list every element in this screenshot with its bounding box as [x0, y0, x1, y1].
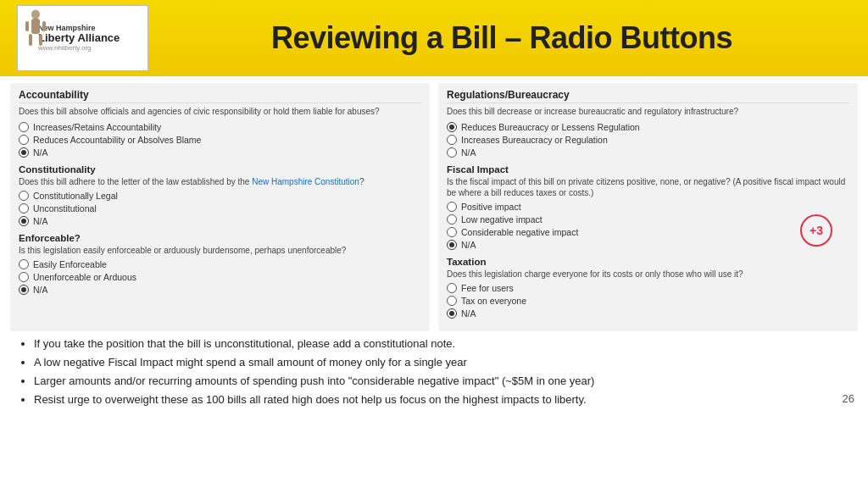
radio-circle[interactable] — [447, 227, 457, 237]
taxation-title: Taxation — [447, 257, 849, 267]
radio-circle[interactable] — [19, 191, 29, 201]
svg-rect-1 — [31, 19, 40, 34]
radio-label: Reduces Accountability or Absolves Blame — [33, 135, 201, 145]
constitutionality-section: Constitutionality Does this bill adhere … — [19, 164, 421, 226]
radio-item[interactable]: N/A — [19, 285, 421, 295]
logo-org: Liberty Alliance — [38, 32, 120, 44]
radio-item[interactable]: N/A — [447, 308, 849, 319]
logo-box: New Hampshire Liberty Alliance www.nhlib… — [17, 5, 148, 71]
enforceable-section: Enforceable? Is this legislation easily … — [19, 233, 421, 295]
enforceable-question: Is this legislation easily enforceable o… — [19, 245, 421, 256]
radio-label: Tax on everyone — [461, 296, 526, 306]
radio-item[interactable]: Considerable negative impact — [447, 227, 849, 237]
main-content: Accountability Does this bill absolve of… — [0, 76, 868, 412]
enforceable-options: Easily Enforceable Unenforceable or Ardu… — [19, 259, 421, 295]
radio-label: N/A — [33, 216, 48, 226]
radio-label: Constitutionally Legal — [33, 191, 118, 201]
radio-item[interactable]: Tax on everyone — [447, 296, 849, 306]
bullet-item: A low negative Fiscal Impact might spend… — [34, 355, 817, 371]
radio-label: Considerable negative impact — [461, 227, 578, 237]
radio-label: Increases/Retains Accountability — [33, 122, 161, 132]
radio-circle-selected[interactable] — [447, 240, 457, 250]
right-panel: Regulations/Bureaucracy Does this bill d… — [438, 83, 858, 331]
radio-item[interactable]: Fee for users — [447, 283, 849, 293]
radio-label: Increases Bureaucracy or Regulation — [461, 135, 608, 145]
bullet-list: If you take the position that the bill i… — [0, 331, 868, 412]
accountability-title: Accountability — [19, 89, 421, 103]
radio-circle-selected[interactable] — [19, 285, 29, 295]
radio-item[interactable]: N/A — [447, 240, 849, 250]
page-title: Reviewing a Bill – Radio Buttons — [153, 20, 851, 56]
radio-circle[interactable] — [19, 135, 29, 145]
constitutionality-question: Does this bill adhere to the letter of t… — [19, 176, 421, 187]
radio-item[interactable]: Positive impact — [447, 202, 849, 212]
radio-circle[interactable] — [19, 122, 29, 132]
bullet-item: Larger amounts and/or recurring amounts … — [34, 374, 817, 390]
radio-circle-selected[interactable] — [19, 216, 29, 226]
radio-circle[interactable] — [447, 214, 457, 225]
radio-label: N/A — [33, 147, 48, 158]
enforceable-title: Enforceable? — [19, 233, 421, 243]
left-panel: Accountability Does this bill absolve of… — [10, 83, 430, 331]
radio-item[interactable]: Increases/Retains Accountability — [19, 122, 421, 132]
radio-circle[interactable] — [447, 296, 457, 306]
radio-circle[interactable] — [19, 259, 29, 269]
radio-label: N/A — [461, 147, 476, 158]
radio-item[interactable]: Constitutionally Legal — [19, 191, 421, 201]
nh-constitution-link[interactable]: New Hampshire Constitution — [252, 177, 359, 186]
svg-point-0 — [31, 10, 40, 19]
radio-circle-selected[interactable] — [19, 147, 29, 158]
radio-item[interactable]: N/A — [447, 147, 849, 158]
radio-label: N/A — [33, 285, 48, 295]
fiscal-question: Is the fiscal impact of this bill on pri… — [447, 176, 849, 198]
taxation-question: Does this legislation charge everyone fo… — [447, 269, 849, 280]
svg-rect-4 — [25, 21, 29, 31]
radio-circle[interactable] — [447, 147, 457, 158]
header: New Hampshire Liberty Alliance www.nhlib… — [0, 0, 868, 76]
radio-item[interactable]: Low negative impact — [447, 214, 849, 225]
radio-circle-selected[interactable] — [447, 122, 457, 132]
accountability-section: Accountability Does this bill absolve of… — [19, 89, 421, 158]
radio-label: Reduces Bureaucracy or Lessens Regulatio… — [461, 122, 640, 132]
radio-circle-selected[interactable] — [447, 308, 457, 319]
accountability-options: Increases/Retains Accountability Reduces… — [19, 122, 421, 158]
svg-rect-5 — [42, 21, 46, 31]
radio-item[interactable]: N/A — [19, 147, 421, 158]
radio-label: Low negative impact — [461, 214, 542, 225]
svg-rect-3 — [39, 34, 42, 46]
radio-item[interactable]: Reduces Bureaucracy or Lessens Regulatio… — [447, 122, 849, 132]
regulations-title: Regulations/Bureaucracy — [447, 89, 849, 103]
bullet-item: If you take the position that the bill i… — [34, 336, 817, 352]
panels-row: Accountability Does this bill absolve of… — [0, 76, 868, 331]
radio-item[interactable]: Reduces Accountability or Absolves Blame — [19, 135, 421, 145]
regulations-options: Reduces Bureaucracy or Lessens Regulatio… — [447, 122, 849, 158]
radio-item[interactable]: Easily Enforceable — [19, 259, 421, 269]
accountability-question: Does this bill absolve officials and age… — [19, 106, 421, 117]
constitutionality-title: Constitutionality — [19, 164, 421, 175]
constitutionality-options: Constitutionally Legal Unconstitutional … — [19, 191, 421, 226]
taxation-section: Taxation Does this legislation charge ev… — [447, 257, 849, 319]
radio-label: Unenforceable or Arduous — [33, 272, 136, 282]
radio-label: N/A — [461, 308, 476, 319]
fiscal-title: Fiscal Impact — [447, 164, 849, 175]
taxation-options: Fee for users Tax on everyone N/A — [447, 283, 849, 319]
page-number: 26 — [843, 392, 854, 405]
svg-rect-2 — [29, 34, 32, 46]
radio-circle[interactable] — [447, 202, 457, 212]
plus3-badge: +3 — [800, 214, 832, 247]
radio-circle[interactable] — [19, 203, 29, 214]
radio-circle[interactable] — [447, 135, 457, 145]
radio-item[interactable]: Increases Bureaucracy or Regulation — [447, 135, 849, 145]
radio-circle[interactable] — [447, 283, 457, 293]
radio-label: Fee for users — [461, 283, 514, 293]
radio-item[interactable]: Unconstitutional — [19, 203, 421, 214]
radio-label: Unconstitutional — [33, 203, 97, 214]
regulations-question: Does this bill decrease or increase bure… — [447, 106, 849, 117]
liberty-icon — [23, 9, 48, 48]
logo-area: New Hampshire Liberty Alliance www.nhlib… — [17, 5, 153, 71]
radio-item[interactable]: N/A — [19, 216, 421, 226]
radio-label: Easily Enforceable — [33, 259, 107, 269]
fiscal-options: Positive impact Low negative impact Cons… — [447, 202, 849, 250]
radio-circle[interactable] — [19, 272, 29, 282]
radio-item[interactable]: Unenforceable or Arduous — [19, 272, 421, 282]
